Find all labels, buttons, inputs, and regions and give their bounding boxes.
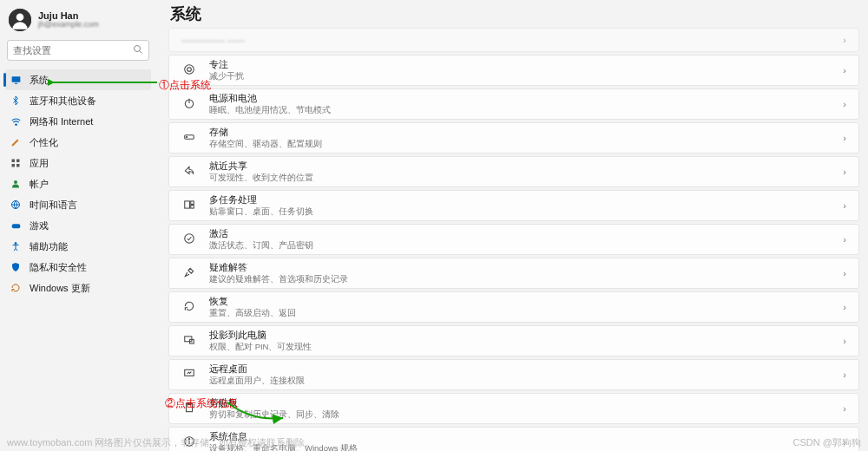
main: 系统 --------------- ------ › 专注减少干扰›电源和电池… <box>156 0 868 451</box>
svg-point-14 <box>15 243 16 245</box>
chevron-right-icon: › <box>843 336 846 346</box>
trouble-icon <box>181 266 197 281</box>
sidebar-item-label: 蓝牙和其他设备 <box>30 95 96 108</box>
page-footer: www.toymoban.com 网络图片仅供展示，非存储，如有侵权请联系删除。… <box>0 436 868 449</box>
tile-subtitle: 激活状态、订阅、产品密钥 <box>209 240 313 251</box>
sidebar-item-globe[interactable]: 时间和语言 <box>5 194 151 215</box>
multitask-icon <box>181 199 197 213</box>
tile-subtitle: 远程桌面用户、连接权限 <box>209 376 305 386</box>
game-icon <box>10 220 23 232</box>
sidebar-item-access[interactable]: 辅助功能 <box>5 236 151 257</box>
tile-subtitle: 减少干扰 <box>209 71 244 82</box>
sidebar: Juju Han jh@example.com 系统蓝牙和其他设备网络和 Int… <box>0 0 156 451</box>
activate-icon <box>181 232 197 247</box>
person-icon <box>10 179 23 189</box>
settings-tile-partial[interactable]: --------------- ------ › <box>168 28 859 52</box>
svg-rect-23 <box>191 205 194 208</box>
tile-title: 就近共享 <box>209 160 313 173</box>
settings-tile-trouble[interactable]: 疑难解答建议的疑难解答、首选项和历史记录› <box>168 258 859 289</box>
chevron-right-icon: › <box>843 268 846 278</box>
clipboard-icon <box>181 402 197 416</box>
globe-icon <box>10 199 23 210</box>
sidebar-item-label: 隐私和安全性 <box>30 261 87 274</box>
share-icon <box>181 165 197 180</box>
bluetooth-icon <box>10 95 23 106</box>
avatar <box>9 9 31 31</box>
svg-point-11 <box>14 180 17 184</box>
sidebar-item-brush[interactable]: 个性化 <box>5 132 151 153</box>
sidebar-item-label: 个性化 <box>30 136 58 149</box>
search-input[interactable] <box>13 45 133 56</box>
svg-line-3 <box>140 50 142 53</box>
svg-point-1 <box>16 13 24 21</box>
settings-tile-share[interactable]: 就近共享可发现性、收到文件的位置› <box>168 156 859 187</box>
settings-tile-activate[interactable]: 激活激活状态、订阅、产品密钥› <box>168 224 859 255</box>
update-icon <box>10 283 23 293</box>
sidebar-item-monitor[interactable]: 系统 <box>5 69 151 90</box>
tile-list: --------------- ------ › 专注减少干扰›电源和电池睡眠、… <box>168 28 859 451</box>
svg-point-20 <box>187 136 187 137</box>
svg-rect-5 <box>15 82 17 83</box>
settings-tile-project[interactable]: 投影到此电脑权限、配对 PIN、可发现性› <box>168 325 859 356</box>
sidebar-item-person[interactable]: 帐户 <box>5 173 151 194</box>
tile-title: 剪贴板 <box>209 397 339 409</box>
tile-title: 存储 <box>209 127 322 139</box>
project-icon <box>181 334 197 349</box>
chevron-right-icon: › <box>843 35 846 45</box>
settings-tile-focus[interactable]: 专注减少干扰› <box>168 55 859 86</box>
tile-subtitle: 存储空间、驱动器、配置规则 <box>209 139 322 149</box>
chevron-right-icon: › <box>843 403 846 414</box>
sidebar-item-shield[interactable]: 隐私和安全性 <box>5 257 151 278</box>
svg-rect-10 <box>16 164 20 167</box>
svg-rect-7 <box>12 160 16 163</box>
recover-icon <box>181 300 197 315</box>
settings-tile-recover[interactable]: 恢复重置、高级启动、返回› <box>168 291 859 323</box>
power-icon <box>181 97 197 112</box>
chevron-right-icon: › <box>843 200 846 211</box>
tile-subtitle: 贴靠窗口、桌面、任务切换 <box>209 206 313 217</box>
profile-block[interactable]: Juju Han jh@example.com <box>5 7 151 40</box>
page-title: 系统 <box>168 3 859 28</box>
sidebar-item-bluetooth[interactable]: 蓝牙和其他设备 <box>5 90 151 111</box>
tile-subtitle: 建议的疑难解答、首选项和历史记录 <box>209 274 348 284</box>
svg-rect-9 <box>12 164 16 167</box>
sidebar-item-label: Windows 更新 <box>30 282 90 295</box>
tile-title: 远程桌面 <box>209 363 305 376</box>
svg-point-16 <box>187 67 192 71</box>
tile-title: 专注 <box>209 59 244 71</box>
sidebar-item-apps[interactable]: 应用 <box>5 153 151 173</box>
sidebar-item-label: 帐户 <box>30 178 49 191</box>
tile-subtitle: 睡眠、电池使用情况、节电模式 <box>209 105 331 115</box>
chevron-right-icon: › <box>843 99 846 109</box>
monitor-icon <box>10 75 23 86</box>
tile-subtitle: 剪切和复制历史记录、同步、清除 <box>209 409 339 420</box>
sidebar-item-label: 游戏 <box>30 219 49 232</box>
svg-point-6 <box>16 123 17 125</box>
svg-rect-8 <box>16 160 20 163</box>
tile-subtitle: 重置、高级启动、返回 <box>209 308 296 318</box>
footer-left: www.toymoban.com 网络图片仅供展示，非存储，如有侵权请联系删除。 <box>7 436 314 449</box>
settings-tile-power[interactable]: 电源和电池睡眠、电池使用情况、节电模式› <box>168 88 859 120</box>
svg-rect-25 <box>185 336 192 341</box>
svg-point-24 <box>185 233 194 243</box>
svg-rect-13 <box>12 224 21 228</box>
sidebar-item-wifi[interactable]: 网络和 Internet <box>5 111 151 132</box>
profile-email: jh@example.com <box>38 21 99 29</box>
sidebar-item-label: 时间和语言 <box>30 199 77 212</box>
tile-title: 恢复 <box>209 296 296 308</box>
access-icon <box>10 241 23 252</box>
tile-title: 投影到此电脑 <box>209 330 312 342</box>
sidebar-item-label: 系统 <box>30 74 49 87</box>
chevron-right-icon: › <box>843 369 846 380</box>
sidebar-item-update[interactable]: Windows 更新 <box>5 278 151 298</box>
sidebar-item-game[interactable]: 游戏 <box>5 215 151 236</box>
shield-icon <box>10 262 23 272</box>
settings-tile-remote[interactable]: 远程桌面远程桌面用户、连接权限› <box>168 359 859 390</box>
tile-subtitle: 可发现性、收到文件的位置 <box>209 173 313 183</box>
svg-point-15 <box>185 64 194 74</box>
settings-tile-clipboard[interactable]: 剪贴板剪切和复制历史记录、同步、清除› <box>168 393 859 424</box>
settings-tile-multitask[interactable]: 多任务处理贴靠窗口、桌面、任务切换› <box>168 190 859 221</box>
search-box[interactable] <box>7 40 149 61</box>
settings-tile-storage[interactable]: 存储存储空间、驱动器、配置规则› <box>168 122 859 154</box>
svg-rect-21 <box>185 200 190 207</box>
